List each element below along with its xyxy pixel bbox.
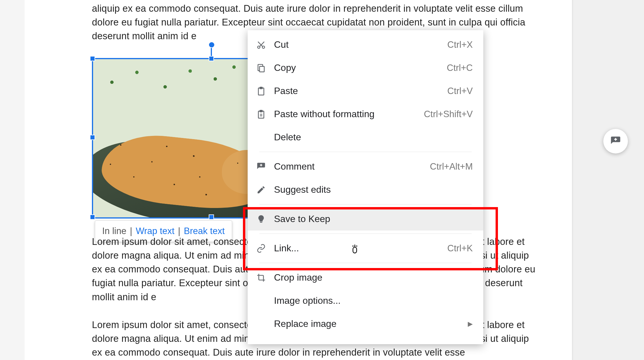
- cut-icon: [256, 40, 274, 50]
- menu-item-copy[interactable]: Copy Ctrl+C: [248, 56, 483, 79]
- menu-separator: [259, 204, 472, 204]
- suggest-edits-icon: [256, 185, 274, 194]
- menu-item-label: Paste: [274, 86, 447, 96]
- resize-handle-tm[interactable]: [209, 56, 214, 61]
- paste-no-format-icon: [256, 110, 274, 119]
- menu-separator: [259, 263, 472, 263]
- menu-item-image-options[interactable]: Image options...: [248, 289, 483, 312]
- menu-item-label: Suggest edits: [274, 184, 473, 195]
- svg-point-0: [258, 46, 260, 48]
- menu-item-label: Image options...: [274, 295, 473, 306]
- resize-handle-ml[interactable]: [90, 135, 95, 140]
- resize-handle-bm[interactable]: [209, 214, 214, 220]
- menu-item-paste-without-formatting[interactable]: Paste without formatting Ctrl+Shift+V: [248, 103, 483, 126]
- menu-item-comment[interactable]: Comment Ctrl+Alt+M: [248, 155, 483, 178]
- menu-item-shortcut: Ctrl+C: [447, 63, 473, 73]
- menu-item-delete[interactable]: Delete: [248, 126, 483, 149]
- menu-item-suggest-edits[interactable]: Suggest edits: [248, 178, 483, 201]
- menu-item-save-to-keep[interactable]: Save to Keep: [248, 207, 483, 231]
- menu-item-shortcut: Ctrl+X: [447, 40, 473, 50]
- svg-rect-2: [260, 66, 264, 72]
- svg-point-1: [262, 46, 265, 48]
- keep-icon: [256, 214, 274, 224]
- context-menu: Cut Ctrl+X Copy Ctrl+C Paste Ctrl+V Past…: [248, 30, 483, 344]
- menu-item-label: Crop image: [274, 272, 473, 283]
- menu-separator: [259, 233, 472, 234]
- submenu-arrow-icon: ▶: [468, 320, 473, 328]
- menu-item-cut[interactable]: Cut Ctrl+X: [248, 33, 483, 56]
- menu-separator: [259, 152, 472, 152]
- resize-handle-tl[interactable]: [90, 56, 95, 61]
- resize-handle-bl[interactable]: [90, 214, 95, 220]
- menu-item-label: Save to Keep: [274, 214, 473, 224]
- menu-item-label: Paste without formatting: [274, 109, 424, 120]
- crop-icon: [256, 273, 274, 282]
- menu-item-label: Replace image: [274, 318, 468, 329]
- menu-item-label: Delete: [274, 132, 473, 143]
- menu-item-paste[interactable]: Paste Ctrl+V: [248, 79, 483, 103]
- menu-item-shortcut: Ctrl+Shift+V: [424, 109, 473, 120]
- copy-icon: [256, 63, 274, 73]
- rotate-handle[interactable]: [208, 42, 215, 48]
- menu-item-link[interactable]: Link... Ctrl+K: [248, 237, 483, 260]
- menu-item-label: Link...: [274, 243, 447, 254]
- menu-item-label: Comment: [274, 161, 430, 172]
- menu-item-replace-image[interactable]: Replace image ▶: [248, 312, 483, 335]
- menu-item-label: Cut: [274, 39, 447, 50]
- comment-icon: [256, 162, 274, 171]
- menu-item-shortcut: Ctrl+K: [447, 243, 473, 254]
- paste-icon: [256, 86, 274, 96]
- menu-item-crop-image[interactable]: Crop image: [248, 266, 483, 289]
- add-comment-button[interactable]: [603, 129, 628, 153]
- menu-item-shortcut: Ctrl+V: [447, 86, 473, 96]
- menu-item-label: Copy: [274, 62, 447, 73]
- menu-item-shortcut: Ctrl+Alt+M: [430, 161, 473, 172]
- link-icon: [256, 244, 274, 253]
- selected-image[interactable]: [92, 58, 251, 219]
